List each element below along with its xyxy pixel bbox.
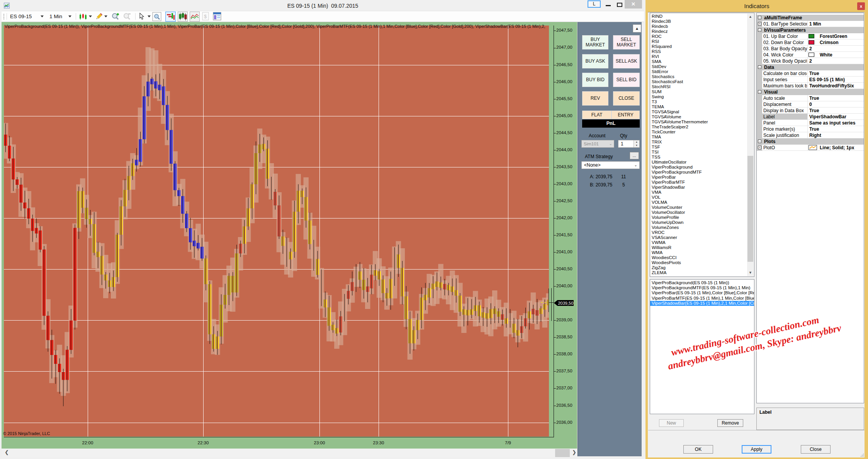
svg-text:$: $ [204, 14, 207, 19]
svg-text:2039,50: 2039,50 [558, 301, 574, 305]
